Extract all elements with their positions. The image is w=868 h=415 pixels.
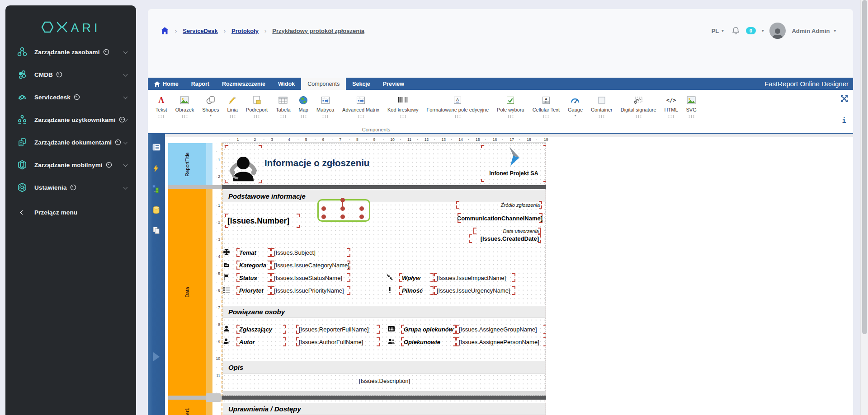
section-people-header[interactable]: Powiązane osoby [223, 306, 546, 318]
status-label[interactable]: Status [236, 273, 271, 282]
sidebar-item-zarzadzanie-dokumentami[interactable]: Zarządzanie dokumentami [5, 131, 136, 154]
bell-icon[interactable] [731, 26, 740, 35]
component-html[interactable]: </>HTML [660, 94, 682, 118]
ruler-number: 15 [475, 137, 480, 142]
autor-label[interactable]: Autor [236, 337, 286, 346]
opiekunowie-label[interactable]: Opiekunowie [401, 337, 456, 346]
temat-label[interactable]: Temat [236, 248, 271, 257]
kategoria-value[interactable]: [Issues.IssueCategoryName] [271, 261, 350, 270]
grupa-opiekunow-value[interactable]: [Issues.AssigneeGroupName] [456, 325, 546, 334]
grupa-opiekunow-label[interactable]: Grupa opiekunów [401, 325, 456, 334]
breadcrumb-protokoly[interactable]: Protokoły [231, 28, 259, 34]
status-value[interactable]: [Issues.IssueStatusName] [271, 273, 350, 282]
pilnosc-value[interactable]: [Issues.IssueUrgencyName] [434, 286, 515, 295]
tab-sekcje[interactable]: Sekcje [346, 78, 377, 90]
sidebar-item-servicedesk[interactable]: Servicedesk [5, 86, 136, 108]
report-tree-icon[interactable] [152, 185, 160, 195]
component-pole-wyboru[interactable]: Pole wyboru [493, 94, 528, 118]
kategoria-label[interactable]: Kategoria [236, 261, 271, 270]
report-title-text[interactable]: Informacje o zgłoszeniu [264, 158, 369, 168]
caret-down-icon[interactable]: ▾ [762, 28, 764, 33]
section-basic-header[interactable]: Podstawowe informacje [223, 190, 546, 202]
avatar[interactable] [769, 23, 786, 39]
page-scrollbar[interactable] [860, 0, 868, 415]
component-matryca[interactable]: Matryca [312, 94, 338, 118]
component-shapes[interactable]: Shapes▾ [198, 94, 223, 117]
ruler-number: 2 [253, 137, 256, 142]
component-linia[interactable]: Linia [223, 94, 242, 118]
component-podreport[interactable]: Podreport [242, 94, 272, 118]
report-page[interactable]: Informacje o zgłoszeniu Infonet Projekt … [222, 143, 546, 415]
component-cellular-text[interactable]: ACellular Text [528, 94, 564, 118]
priorytet-value[interactable]: [Issues.IssuePriorityName] [271, 286, 350, 295]
company-logo[interactable]: Infonet Projekt SA [481, 145, 546, 182]
component-tabela[interactable]: Tabela [272, 94, 294, 118]
sidebar-item-zarzadzanie-zasobami[interactable]: Zarządzanie zasobami [5, 41, 136, 63]
data-source-icon[interactable] [152, 206, 160, 216]
tab-raport[interactable]: Raport [185, 78, 216, 90]
home-icon[interactable] [160, 27, 169, 35]
tab-widok[interactable]: Widok [272, 78, 301, 90]
sidebar-item-cmdb[interactable]: CMDB [5, 63, 136, 86]
priorytet-label[interactable]: Priorytet [236, 286, 271, 295]
selected-shape[interactable] [317, 199, 370, 222]
temat-value[interactable]: [Issues.Subject] [271, 248, 350, 257]
created-date-label[interactable]: Data utworzenia [473, 228, 541, 234]
sidebar-item-zarzadzanie-uzytkownikami[interactable]: Zarządzanie użytkownikami [5, 108, 136, 131]
component-tekst[interactable]: ATekst [151, 94, 171, 118]
sidebar-toggle-menu[interactable]: Przełącz menu [5, 201, 136, 224]
breadcrumb-servicedesk[interactable]: ServiceDesk [183, 28, 217, 34]
tab-rozmieszczenie[interactable]: Rozmieszczenie [216, 78, 272, 90]
expand-panel-arrow-icon[interactable] [152, 351, 161, 364]
component-advanced-matrix[interactable]: Advanced Matrix [338, 94, 383, 118]
wplyw-value[interactable]: [Issues.IssueImpactName] [434, 273, 515, 282]
drag-dots-icon [181, 115, 188, 118]
created-date-field[interactable]: [Issues.CreatedDate] [469, 234, 541, 243]
tab-preview[interactable]: Preview [377, 78, 410, 90]
band-resize-handle[interactable] [206, 393, 221, 402]
language-selector[interactable]: PL▾ [712, 28, 724, 34]
opiekunowie-value[interactable]: [Issues.AssigneePersonName] [456, 337, 546, 346]
zglaszajacy-label[interactable]: Zgłaszający [236, 325, 286, 334]
info-icon[interactable]: i [842, 117, 846, 125]
fullscreen-icon[interactable] [840, 95, 848, 104]
band-separator-dark[interactable] [222, 396, 546, 400]
section-opis-header[interactable]: Opis [223, 361, 546, 374]
band-footer[interactable]: er1 [168, 400, 212, 415]
scrollbar-thumb[interactable] [862, 0, 867, 334]
sidebar-item-zarzadzanie-mobilnymi[interactable]: Zarządzanie mobilnymi [5, 154, 136, 176]
user-menu[interactable]: Admin Admin▾ [792, 28, 836, 34]
component-map[interactable]: Map [295, 94, 312, 118]
issue-number-field[interactable]: [Issues.Number] [225, 214, 300, 228]
component-obrazek[interactable]: Obrazek [171, 94, 198, 118]
component-formatowane-pole[interactable]: AFormatowane pole edycyjne [423, 94, 493, 118]
notification-badge[interactable]: 0 [746, 27, 756, 34]
description-field[interactable]: [Issues.Description] [222, 378, 546, 384]
component-svg[interactable]: SVG [682, 94, 701, 118]
component-container[interactable]: Container [587, 94, 617, 118]
copy-icon[interactable] [152, 226, 160, 236]
gauge-icon [56, 71, 62, 78]
report-header-person-icon[interactable] [225, 145, 262, 183]
zglaszajacy-value[interactable]: [Issues.ReporterFullName] [296, 325, 380, 334]
band-data[interactable]: Data [168, 189, 212, 396]
band-separator-dark[interactable] [222, 185, 546, 189]
tab-home[interactable]: Home [148, 78, 185, 90]
band-report-title[interactable]: ReportTitle [168, 143, 212, 185]
autor-value[interactable]: [Issues.AuthorFullName] [296, 337, 380, 346]
events-icon[interactable] [152, 164, 160, 174]
source-channel-label[interactable]: Źródło zgłoszenia [456, 201, 542, 209]
component-gauge[interactable]: Gauge▾ [564, 94, 587, 117]
component-kod-kreskowy[interactable]: Kod kreskowy [383, 94, 422, 118]
impact-icon [386, 274, 393, 283]
source-channel-field[interactable]: [Issues.CommunicationChannelName] [458, 213, 542, 223]
ruler-number: 14 [458, 137, 463, 142]
tab-components[interactable]: Components [301, 78, 346, 90]
sidebar-item-ustawienia[interactable]: Ustawienia [5, 176, 136, 199]
pilnosc-label[interactable]: Pilność [399, 286, 434, 295]
component-digital-signature[interactable]: Digital signature [617, 94, 660, 118]
band-separator[interactable] [168, 185, 221, 189]
wplyw-label[interactable]: Wpływ [399, 273, 434, 282]
properties-icon[interactable] [152, 144, 160, 153]
section-permissions-header[interactable]: Uprawnienia / Dostępy [223, 403, 546, 415]
